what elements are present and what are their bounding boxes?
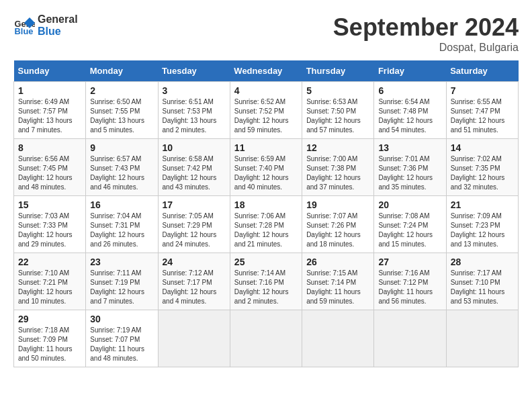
calendar-cell: 28Sunrise: 7:17 AMSunset: 7:10 PMDayligh… — [446, 253, 518, 310]
day-info: Sunrise: 7:04 AMSunset: 7:31 PMDaylight:… — [90, 212, 153, 249]
day-number: 18 — [234, 199, 298, 210]
calendar-cell: 21Sunrise: 7:09 AMSunset: 7:23 PMDayligh… — [446, 196, 518, 253]
day-info: Sunrise: 7:15 AMSunset: 7:14 PMDaylight:… — [306, 269, 369, 306]
calendar-week-row: 15Sunrise: 7:03 AMSunset: 7:33 PMDayligh… — [14, 196, 519, 253]
day-info: Sunrise: 7:11 AMSunset: 7:19 PMDaylight:… — [90, 269, 153, 306]
calendar-cell: 20Sunrise: 7:08 AMSunset: 7:24 PMDayligh… — [374, 196, 446, 253]
day-number: 3 — [163, 85, 226, 96]
day-info: Sunrise: 6:53 AMSunset: 7:50 PMDaylight:… — [306, 97, 369, 135]
day-info: Sunrise: 7:00 AMSunset: 7:38 PMDaylight:… — [306, 154, 369, 192]
page-header: General Blue General Blue September 2024… — [13, 13, 519, 54]
day-info: Sunrise: 7:08 AMSunset: 7:24 PMDaylight:… — [378, 212, 441, 249]
day-number: 14 — [451, 142, 514, 153]
calendar-cell — [446, 310, 518, 367]
calendar-cell: 5Sunrise: 6:53 AMSunset: 7:50 PMDaylight… — [302, 82, 374, 139]
day-info: Sunrise: 7:03 AMSunset: 7:33 PMDaylight:… — [18, 212, 81, 249]
day-info: Sunrise: 6:49 AMSunset: 7:57 PMDaylight:… — [18, 97, 81, 135]
logo-icon: General Blue — [13, 15, 35, 36]
month-title: September 2024 — [333, 13, 519, 42]
day-number: 13 — [378, 142, 441, 153]
calendar-week-row: 29Sunrise: 7:18 AMSunset: 7:09 PMDayligh… — [14, 310, 519, 367]
calendar-cell: 24Sunrise: 7:12 AMSunset: 7:17 PMDayligh… — [158, 253, 230, 310]
calendar-cell: 4Sunrise: 6:52 AMSunset: 7:52 PMDaylight… — [230, 82, 302, 139]
day-info: Sunrise: 7:05 AMSunset: 7:29 PMDaylight:… — [163, 212, 226, 249]
title-section: September 2024 Dospat, Bulgaria — [333, 13, 519, 54]
day-info: Sunrise: 7:12 AMSunset: 7:17 PMDaylight:… — [163, 269, 226, 306]
weekday-header-tuesday: Tuesday — [158, 60, 230, 82]
calendar-cell: 15Sunrise: 7:03 AMSunset: 7:33 PMDayligh… — [14, 196, 86, 253]
day-info: Sunrise: 6:56 AMSunset: 7:45 PMDaylight:… — [18, 154, 81, 192]
day-number: 23 — [90, 257, 153, 267]
day-number: 29 — [18, 314, 81, 324]
calendar-cell: 23Sunrise: 7:11 AMSunset: 7:19 PMDayligh… — [86, 253, 158, 310]
day-info: Sunrise: 6:58 AMSunset: 7:42 PMDaylight:… — [163, 154, 226, 192]
calendar-cell: 26Sunrise: 7:15 AMSunset: 7:14 PMDayligh… — [302, 253, 374, 310]
calendar-week-row: 8Sunrise: 6:56 AMSunset: 7:45 PMDaylight… — [14, 139, 519, 196]
day-number: 2 — [90, 85, 153, 96]
logo: General Blue General Blue — [13, 13, 78, 37]
day-info: Sunrise: 6:50 AMSunset: 7:55 PMDaylight:… — [90, 97, 153, 135]
calendar-cell: 11Sunrise: 6:59 AMSunset: 7:40 PMDayligh… — [230, 139, 302, 196]
calendar-cell: 19Sunrise: 7:07 AMSunset: 7:26 PMDayligh… — [302, 196, 374, 253]
day-number: 22 — [18, 257, 81, 267]
day-info: Sunrise: 6:52 AMSunset: 7:52 PMDaylight:… — [234, 97, 298, 135]
day-number: 15 — [18, 199, 81, 210]
calendar-cell: 29Sunrise: 7:18 AMSunset: 7:09 PMDayligh… — [14, 310, 86, 367]
day-number: 25 — [234, 257, 298, 267]
day-number: 10 — [163, 142, 226, 153]
weekday-header-friday: Friday — [374, 60, 446, 82]
day-info: Sunrise: 6:51 AMSunset: 7:53 PMDaylight:… — [163, 97, 226, 135]
calendar-cell — [302, 310, 374, 367]
day-number: 17 — [163, 199, 226, 210]
day-number: 27 — [378, 257, 441, 267]
calendar-cell: 13Sunrise: 7:01 AMSunset: 7:36 PMDayligh… — [374, 139, 446, 196]
day-info: Sunrise: 7:18 AMSunset: 7:09 PMDaylight:… — [18, 326, 81, 363]
weekday-header-row: SundayMondayTuesdayWednesdayThursdayFrid… — [14, 60, 519, 82]
calendar-cell: 10Sunrise: 6:58 AMSunset: 7:42 PMDayligh… — [158, 139, 230, 196]
day-info: Sunrise: 7:09 AMSunset: 7:23 PMDaylight:… — [451, 212, 514, 249]
svg-text:Blue: Blue — [15, 26, 34, 36]
calendar-cell: 8Sunrise: 6:56 AMSunset: 7:45 PMDaylight… — [14, 139, 86, 196]
weekday-header-saturday: Saturday — [446, 60, 518, 82]
weekday-header-wednesday: Wednesday — [230, 60, 302, 82]
calendar-week-row: 22Sunrise: 7:10 AMSunset: 7:21 PMDayligh… — [14, 253, 519, 310]
day-number: 7 — [451, 85, 514, 96]
day-number: 26 — [306, 257, 369, 267]
calendar-cell: 12Sunrise: 7:00 AMSunset: 7:38 PMDayligh… — [302, 139, 374, 196]
calendar-cell: 30Sunrise: 7:19 AMSunset: 7:07 PMDayligh… — [86, 310, 158, 367]
calendar-cell — [374, 310, 446, 367]
day-info: Sunrise: 7:16 AMSunset: 7:12 PMDaylight:… — [378, 269, 441, 306]
day-info: Sunrise: 6:54 AMSunset: 7:48 PMDaylight:… — [378, 97, 441, 135]
day-info: Sunrise: 7:14 AMSunset: 7:16 PMDaylight:… — [234, 269, 298, 306]
day-number: 11 — [234, 142, 298, 153]
day-info: Sunrise: 6:55 AMSunset: 7:47 PMDaylight:… — [451, 97, 514, 135]
location-title: Dospat, Bulgaria — [333, 42, 519, 54]
day-info: Sunrise: 7:01 AMSunset: 7:36 PMDaylight:… — [378, 154, 441, 192]
calendar-cell: 3Sunrise: 6:51 AMSunset: 7:53 PMDaylight… — [158, 82, 230, 139]
day-number: 16 — [90, 199, 153, 210]
day-number: 24 — [163, 257, 226, 267]
day-info: Sunrise: 7:17 AMSunset: 7:10 PMDaylight:… — [451, 269, 514, 306]
day-number: 12 — [306, 142, 369, 153]
day-number: 5 — [306, 85, 369, 96]
calendar-cell: 16Sunrise: 7:04 AMSunset: 7:31 PMDayligh… — [86, 196, 158, 253]
calendar-cell: 9Sunrise: 6:57 AMSunset: 7:43 PMDaylight… — [86, 139, 158, 196]
day-number: 4 — [234, 85, 298, 96]
calendar-cell: 27Sunrise: 7:16 AMSunset: 7:12 PMDayligh… — [374, 253, 446, 310]
calendar-cell: 6Sunrise: 6:54 AMSunset: 7:48 PMDaylight… — [374, 82, 446, 139]
day-number: 6 — [378, 85, 441, 96]
day-number: 30 — [90, 314, 153, 324]
weekday-header-monday: Monday — [86, 60, 158, 82]
day-number: 9 — [90, 142, 153, 153]
logo-line1: General — [38, 13, 78, 26]
weekday-header-thursday: Thursday — [302, 60, 374, 82]
calendar-cell — [230, 310, 302, 367]
calendar-cell: 14Sunrise: 7:02 AMSunset: 7:35 PMDayligh… — [446, 139, 518, 196]
calendar-cell: 18Sunrise: 7:06 AMSunset: 7:28 PMDayligh… — [230, 196, 302, 253]
calendar-cell: 25Sunrise: 7:14 AMSunset: 7:16 PMDayligh… — [230, 253, 302, 310]
calendar-cell: 22Sunrise: 7:10 AMSunset: 7:21 PMDayligh… — [14, 253, 86, 310]
day-info: Sunrise: 7:07 AMSunset: 7:26 PMDaylight:… — [306, 212, 369, 249]
day-number: 1 — [18, 85, 81, 96]
calendar-cell: 17Sunrise: 7:05 AMSunset: 7:29 PMDayligh… — [158, 196, 230, 253]
day-info: Sunrise: 7:02 AMSunset: 7:35 PMDaylight:… — [451, 154, 514, 192]
